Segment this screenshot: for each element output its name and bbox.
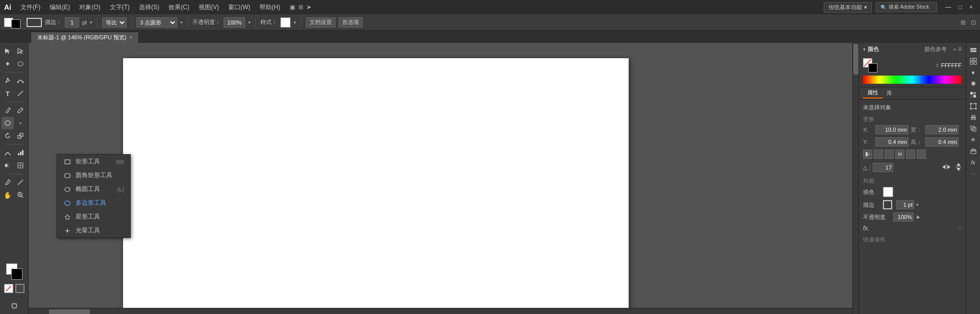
transform-icon[interactable] <box>968 101 978 111</box>
stroke-type-select[interactable]: 等比 <box>102 17 127 28</box>
hand-tool[interactable]: ✋ <box>2 189 14 201</box>
tab-properties[interactable]: 属性 <box>863 88 882 99</box>
align-center-icon[interactable] <box>874 150 883 159</box>
curvature-tool[interactable] <box>14 75 27 87</box>
graph-tool[interactable] <box>14 147 27 159</box>
stroke-indicator-small[interactable] <box>15 284 25 293</box>
pathfinder-icon[interactable] <box>968 124 978 134</box>
stroke-expand-icon[interactable]: ▾ <box>916 202 919 207</box>
magic-wand-tool[interactable]: ✦ <box>2 58 14 70</box>
fg-bg-swatches[interactable] <box>863 58 877 73</box>
mesh-tool[interactable] <box>14 159 27 172</box>
pencil-tool[interactable] <box>14 104 27 116</box>
tab-close-icon[interactable]: × <box>129 35 132 40</box>
menu-type[interactable]: 文字(T) <box>106 2 134 13</box>
opacity-input[interactable] <box>224 17 245 28</box>
gradient-tool[interactable] <box>2 159 14 172</box>
paintbrush-tool[interactable] <box>2 104 14 116</box>
close-button[interactable]: × <box>966 3 976 12</box>
stroke-color-box[interactable] <box>11 19 20 29</box>
measure-tool[interactable] <box>14 176 27 188</box>
flip-h-icon[interactable] <box>906 150 915 159</box>
line-segment-tool[interactable] <box>14 87 27 100</box>
menu-select[interactable]: 选择(S) <box>135 2 163 13</box>
scrollbar-thumb-v[interactable] <box>853 44 858 75</box>
scrollbar-thumb-h[interactable] <box>49 309 90 314</box>
warp-tool[interactable] <box>2 147 14 159</box>
menu-file[interactable]: 文件(F) <box>16 2 44 13</box>
polygon-tool-item[interactable]: 多边形工具 <box>57 196 130 210</box>
background-color[interactable] <box>11 269 22 280</box>
stroke-swatch[interactable] <box>883 200 892 209</box>
tab-library[interactable]: 库 <box>882 88 896 98</box>
fx-label[interactable]: fx. <box>863 225 870 232</box>
color-spectrum-bar[interactable] <box>863 76 962 84</box>
star-tool-item[interactable]: 星形工具 <box>57 210 130 224</box>
fill-none-indicator[interactable] <box>4 284 13 293</box>
lasso-tool[interactable] <box>14 58 27 70</box>
opacity-props-input[interactable] <box>893 212 914 222</box>
vertical-scrollbar[interactable] <box>852 43 858 314</box>
flip-v-icon[interactable] <box>917 150 926 159</box>
x-input[interactable] <box>875 125 909 134</box>
flare-tool-item[interactable]: 光晕工具 <box>57 224 130 237</box>
search-stock-button[interactable]: 🔍 搜索 Adobe Stock <box>876 2 937 12</box>
opacity-expand-icon[interactable]: ▶ <box>917 214 920 220</box>
canvas-area[interactable]: 矩形工具 (M) 圆角矩形工具 椭圆工具 (L) 多边形工具 <box>29 43 858 314</box>
h-input[interactable] <box>925 137 959 147</box>
stroke-width-props[interactable] <box>896 200 914 209</box>
horizontal-scrollbar[interactable] <box>29 308 852 314</box>
y-input[interactable] <box>875 137 909 147</box>
constrain-icon[interactable] <box>895 150 904 159</box>
direct-selection-tool[interactable] <box>14 45 27 57</box>
transform2-icon[interactable] <box>968 146 978 156</box>
menu-view[interactable]: 视图(V) <box>195 2 223 13</box>
align-left-icon[interactable] <box>863 150 872 159</box>
rectangle-tool-item[interactable]: 矩形工具 (M) <box>57 155 130 168</box>
maximize-button[interactable]: □ <box>955 3 965 12</box>
align-panel-icon[interactable] <box>968 112 978 123</box>
brushes-icon[interactable]: ✱ <box>968 79 978 89</box>
ellipse-tool-item[interactable]: 椭圆工具 (L) <box>57 182 130 196</box>
color-panel-header[interactable]: ▾ 颜色 颜色参考 » ≡ <box>859 43 966 55</box>
fx-more-icon[interactable]: ··· <box>958 226 962 231</box>
scale-tool[interactable] <box>14 130 27 142</box>
angle-input[interactable] <box>873 163 893 172</box>
rounded-rect-tool-item[interactable]: 圆角矩形工具 <box>57 168 130 182</box>
symbols-icon[interactable]: ♦ <box>968 67 978 78</box>
w-input[interactable] <box>925 125 959 134</box>
style-swatch[interactable] <box>280 17 291 28</box>
expand-icon[interactable]: ⊡ <box>971 19 976 26</box>
menu-edit[interactable]: 编辑(E) <box>45 2 74 13</box>
swatches-icon[interactable] <box>968 90 978 100</box>
document-settings-button[interactable]: 文档设置 <box>306 17 336 28</box>
eyedropper-tool[interactable] <box>2 176 14 188</box>
menu-effect[interactable]: 效果(C) <box>164 2 194 13</box>
pen-tool[interactable] <box>2 75 14 87</box>
workspace-dropdown[interactable]: 传统基本功能 ▾ <box>824 2 872 13</box>
zoom-tool[interactable] <box>14 189 27 201</box>
arrange-icon[interactable]: ⊞ <box>961 19 966 26</box>
fx-panel-icon[interactable]: fx <box>968 157 978 167</box>
artboards-icon[interactable] <box>968 56 978 66</box>
sun-icon[interactable]: ☀ <box>968 135 978 145</box>
menu-object[interactable]: 对象(O) <box>75 2 104 13</box>
type-tool[interactable]: T <box>2 87 14 100</box>
menu-help[interactable]: 帮助(H) <box>255 2 284 13</box>
shape-tool-arrow[interactable]: ▾ <box>14 117 27 129</box>
bg-swatch-small[interactable] <box>868 63 877 73</box>
document-tab[interactable]: 未标题-1 @ 146% (RGB/GPU 预览) × <box>31 32 139 43</box>
artboard-tool[interactable] <box>8 300 20 312</box>
minimize-button[interactable]: — <box>942 3 954 12</box>
fill-swatch[interactable] <box>883 187 893 197</box>
stroke-preview[interactable] <box>27 18 42 27</box>
preferences-button[interactable]: 首选项 <box>339 17 363 28</box>
align-right-icon[interactable] <box>885 150 894 159</box>
color-panel-menu-icon[interactable]: ≡ <box>958 45 962 53</box>
layers-icon[interactable] <box>968 45 978 55</box>
shape-tool[interactable] <box>2 117 14 129</box>
expand-panel-icon[interactable]: ··· <box>968 168 978 179</box>
color-swatch-pair[interactable] <box>6 263 22 280</box>
points-select[interactable]: 3 点圆形 <box>136 17 177 28</box>
stroke-width-input[interactable] <box>65 17 79 28</box>
